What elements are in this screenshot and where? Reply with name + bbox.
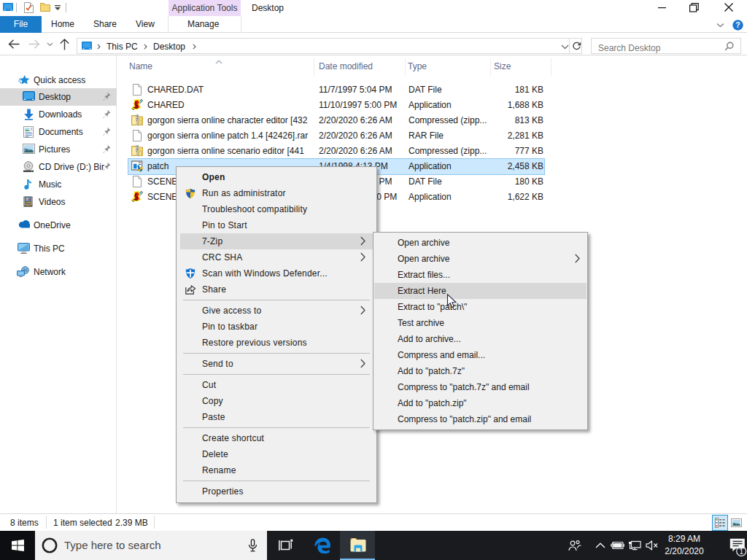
- svg-text:?: ?: [735, 20, 740, 29]
- svg-text:1: 1: [739, 548, 743, 556]
